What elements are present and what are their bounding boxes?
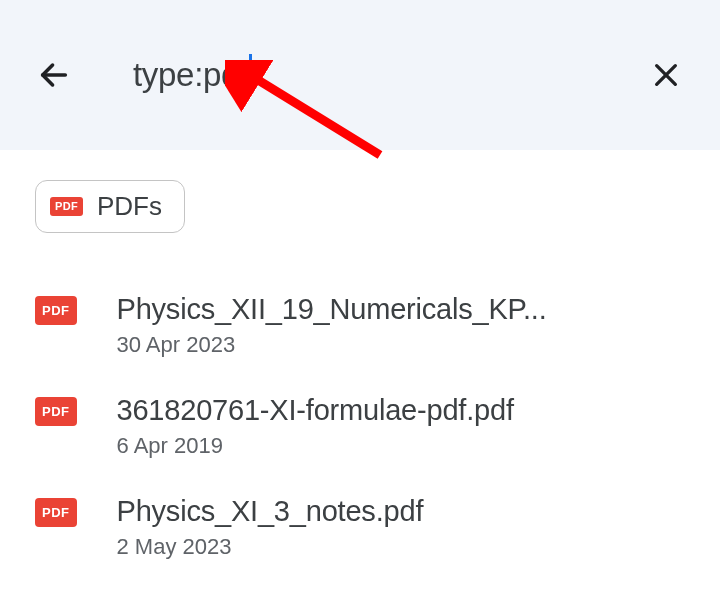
pdf-icon: PDF	[35, 301, 77, 319]
result-title: Physics_XII_19_Numericals_KP...	[117, 293, 686, 326]
results-list: PDF Physics_XII_19_Numericals_KP... 30 A…	[35, 275, 685, 578]
filter-chip-label: PDFs	[97, 191, 162, 222]
result-title: 361820761-XI-formulae-pdf.pdf	[117, 394, 686, 427]
result-title: Physics_XI_3_notes.pdf	[117, 495, 686, 528]
result-item[interactable]: PDF Physics_XI_3_notes.pdf 2 May 2023	[35, 477, 685, 578]
filter-chip-pdfs[interactable]: PDF PDFs	[35, 180, 185, 233]
pdf-icon: PDF	[35, 503, 77, 521]
pdf-icon: PDF	[50, 197, 83, 216]
search-header: type:pdf	[0, 0, 720, 150]
search-content: PDF PDFs PDF Physics_XII_19_Numericals_K…	[0, 150, 720, 578]
result-date: 30 Apr 2023	[117, 332, 686, 358]
pdf-icon: PDF	[35, 402, 77, 420]
result-text: Physics_XII_19_Numericals_KP... 30 Apr 2…	[117, 293, 686, 358]
result-text: Physics_XI_3_notes.pdf 2 May 2023	[117, 495, 686, 560]
result-text: 361820761-XI-formulae-pdf.pdf 6 Apr 2019	[117, 394, 686, 459]
search-query-text: type:pdf	[133, 56, 248, 94]
result-item[interactable]: PDF Physics_XII_19_Numericals_KP... 30 A…	[35, 275, 685, 376]
text-cursor	[249, 54, 252, 90]
clear-search-button[interactable]	[642, 51, 690, 99]
result-date: 2 May 2023	[117, 534, 686, 560]
arrow-left-icon	[37, 58, 71, 92]
result-date: 6 Apr 2019	[117, 433, 686, 459]
close-icon	[650, 59, 682, 91]
back-button[interactable]	[30, 51, 78, 99]
search-input[interactable]: type:pdf	[133, 56, 642, 94]
result-item[interactable]: PDF 361820761-XI-formulae-pdf.pdf 6 Apr …	[35, 376, 685, 477]
